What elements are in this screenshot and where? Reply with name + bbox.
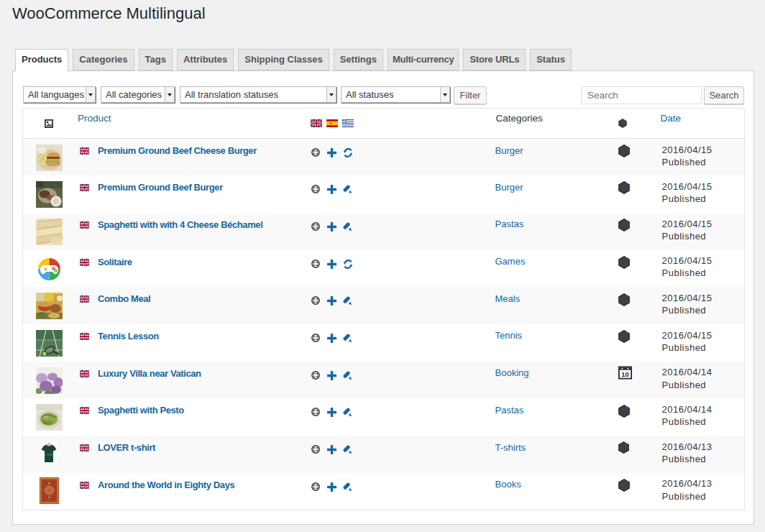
svg-text:LOVER: LOVER <box>45 454 54 457</box>
svg-text:10: 10 <box>621 370 629 378</box>
